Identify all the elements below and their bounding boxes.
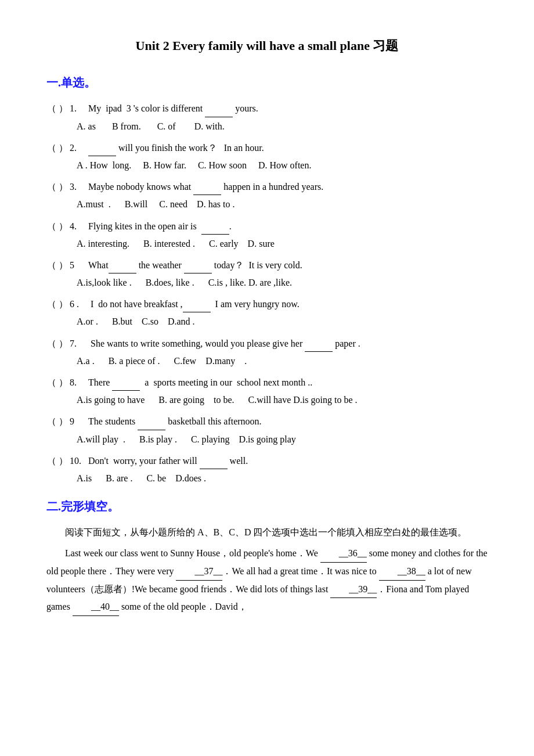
options-4: A. interesting. B. interested . C. early… (46, 236, 488, 251)
blank-5a (109, 257, 136, 273)
blank-36: __36__ (320, 545, 367, 563)
q-text-10: Don't worry, your father will well. (88, 453, 488, 469)
q-num-4: 4. (70, 218, 88, 234)
blank-2 (88, 140, 116, 156)
blank-9 (138, 413, 165, 430)
blank-3 (193, 179, 221, 195)
blank-5b (184, 257, 212, 273)
q-num-7: 7. (70, 336, 88, 351)
q-text-5: What the weather today？ It is very cold. (88, 257, 488, 273)
blank-8 (112, 375, 140, 391)
options-7: A.a . B. a piece of . C.few D.many . (46, 353, 488, 369)
options-6: A.or . B.but C.so D.and . (46, 314, 488, 329)
q-text-1: My ipad 3 's color is different yours. (88, 100, 488, 117)
blank-7 (305, 336, 333, 352)
paren-4: （ (46, 218, 57, 234)
question-2: （ ） 2. will you finish the work？ In an h… (46, 140, 488, 173)
paren-6: （ (46, 296, 57, 312)
options-1: A. as B from. C. of D. with. (46, 118, 488, 134)
paren-5b: ） (58, 257, 68, 273)
question-9: （ ） 9 The students basketball this after… (46, 413, 488, 447)
q-num-10: 10. (70, 453, 88, 469)
q-text-9: The students basketball this afternoon. (88, 413, 488, 430)
q-text-2: will you finish the work？ In an hour. (88, 140, 488, 156)
section2-intro: 阅读下面短文，从每小题所给的 A、B、C、D 四个选项中选出一个能填入相应空白处… (46, 524, 488, 540)
question-6: （ ） 6 . I do not have breakfast , I am v… (46, 296, 488, 329)
paren-6b: ） (58, 296, 68, 312)
paren-5: （ (46, 257, 57, 273)
question-7: （ ） 7. She wants to write something, wou… (46, 336, 488, 369)
q-num-3: 3. (70, 179, 88, 195)
q-text-7: She wants to write something, would you … (88, 336, 488, 352)
paren-2b: ） (58, 140, 68, 156)
q-text-4: Flying kites in the open air is . (88, 218, 488, 235)
blank-4 (201, 218, 229, 235)
paren-8: （ (46, 375, 57, 390)
q-text-3: Maybe nobody knows what happen in a hund… (88, 179, 488, 195)
question-8: （ ） 8. There a sports meeting in our sch… (46, 375, 488, 408)
section2-title: 二.完形填空。 (46, 496, 488, 516)
question-3: （ ） 3. Maybe nobody knows what happen in… (46, 179, 488, 212)
q-num-9: 9 (70, 413, 88, 429)
paren-2: （ (46, 140, 57, 156)
paren-10b: ） (58, 453, 68, 469)
q-text-8: There a sports meeting in our school nex… (88, 375, 488, 391)
paren-7: （ (46, 336, 57, 351)
paren-10: （ (46, 453, 57, 469)
question-4: （ ） 4. Flying kites in the open air is .… (46, 218, 488, 251)
q-num-2: 2. (70, 140, 88, 156)
options-8: A.is going to have B. are going to be. C… (46, 392, 488, 408)
q-num-5: 5 (70, 257, 88, 273)
blank-39: __39__ (330, 581, 377, 599)
paren-3b: ） (58, 179, 68, 195)
paren-1b: ） (58, 100, 68, 116)
q-text-6: I do not have breakfast , I am very hung… (88, 296, 488, 312)
blank-10 (200, 453, 228, 469)
paren-7b: ） (58, 336, 68, 351)
options-10: A.is B. are . C. be D.does . (46, 470, 488, 486)
paren-9b: ） (58, 413, 68, 429)
question-1: （ ） 1. My ipad 3 's color is different y… (46, 100, 488, 134)
question-5: （ ） 5 What the weather today？ It is very… (46, 257, 488, 290)
q-num-1: 1. (70, 100, 88, 116)
section1-title: 一.单选。 (46, 73, 488, 92)
paren-1: （ (46, 100, 57, 116)
paren-3: （ (46, 179, 57, 195)
options-2: A . How long. B. How far. C. How soon D.… (46, 157, 488, 173)
options-9: A.will play . B.is play . C. playing D.i… (46, 431, 488, 447)
question-10: （ ） 10. Don't worry, your father will we… (46, 453, 488, 486)
options-5: A.is,look like . B.does, like . C.is , l… (46, 275, 488, 290)
passage-para-1: Last week our class went to Sunny House，… (46, 545, 488, 615)
paren-4b: ） (58, 218, 68, 234)
blank-37: __37__ (176, 563, 222, 581)
blank-6 (183, 296, 211, 312)
blank-40: __40__ (73, 598, 119, 616)
q-num-8: 8. (70, 375, 88, 390)
options-3: A.must . B.will C. need D. has to . (46, 196, 488, 212)
page-title: Unit 2 Every family will have a small pl… (46, 35, 488, 56)
blank-1 (205, 100, 233, 117)
paren-8b: ） (58, 375, 68, 390)
paren-9: （ (46, 413, 57, 429)
q-num-6: 6 . (70, 296, 88, 312)
blank-38: __38__ (379, 563, 425, 581)
